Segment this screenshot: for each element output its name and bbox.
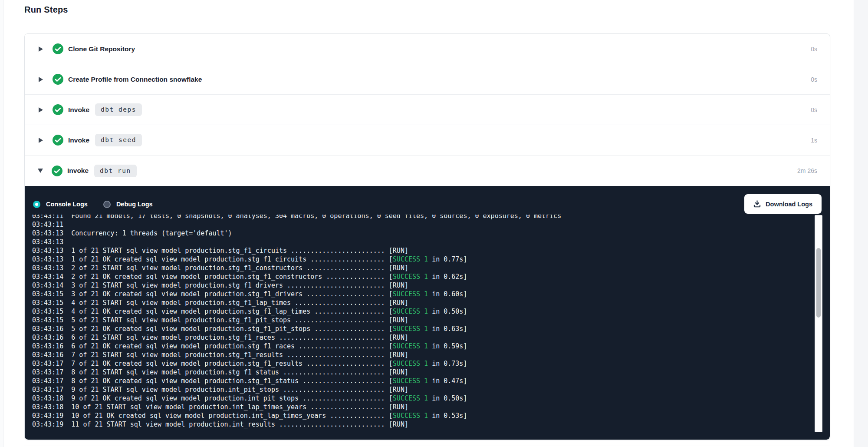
console-log-panel: Console Logs Debug Logs Download Logs 03… — [25, 186, 830, 440]
log-line: 03:43:15 5 of 21 START sql view model pr… — [32, 316, 812, 324]
console-log-output: 03:43:11 Found 21 models, 17 tests, 0 sn… — [32, 215, 812, 434]
console-logs-label: Console Logs — [46, 201, 88, 208]
next-section-divider — [24, 446, 830, 446]
log-line: 03:43:14 3 of 21 START sql view model pr… — [32, 281, 812, 290]
log-line: 03:43:15 3 of 21 OK created sql view mod… — [32, 290, 812, 298]
log-tabs: Console Logs Debug Logs — [33, 195, 168, 214]
chevron-right-icon — [39, 138, 43, 143]
log-line: 03:43:18 9 of 21 OK created sql view mod… — [32, 394, 812, 403]
debug-logs-radio[interactable]: Debug Logs — [103, 201, 153, 208]
run-steps-card: Clone Git Repository0sCreate Profile fro… — [24, 33, 830, 440]
log-line: 03:43:16 7 of 21 START sql view model pr… — [32, 351, 812, 359]
step-label: Create Profile from Connection snowflake — [68, 76, 202, 83]
log-line: 03:43:19 10 of 21 OK created sql view mo… — [32, 411, 812, 420]
run-steps-list: Clone Git Repository0sCreate Profile fro… — [25, 34, 830, 186]
download-logs-label: Download Logs — [766, 201, 812, 208]
debug-logs-label: Debug Logs — [116, 201, 153, 208]
step-command-badge: dbt deps — [95, 103, 142, 116]
log-line: 03:43:13 1 of 21 OK created sql view mod… — [32, 255, 812, 264]
run-step-row[interactable]: Invokedbt deps0s — [25, 95, 830, 125]
right-panel-gutter — [854, 0, 868, 447]
chevron-right-icon — [39, 107, 43, 113]
step-duration: 0s — [811, 106, 817, 113]
run-step-row[interactable]: Invokedbt run2m 26s — [25, 156, 830, 186]
left-panel-edge — [0, 0, 3, 447]
log-line: 03:43:13 — [32, 238, 812, 246]
step-duration: 0s — [811, 76, 817, 83]
log-line: 03:43:13 2 of 21 START sql view model pr… — [32, 264, 812, 272]
log-line: 03:43:15 4 of 21 START sql view model pr… — [32, 298, 812, 307]
run-step-row[interactable]: Clone Git Repository0s — [25, 34, 830, 64]
log-line: 03:43:13 Concurrency: 1 threads (target=… — [32, 229, 812, 238]
step-label: Invoke — [68, 106, 89, 114]
success-check-icon — [53, 104, 63, 115]
log-line: 03:43:19 11 of 21 START sql view model p… — [32, 420, 812, 429]
chevron-right-icon — [39, 46, 43, 52]
page-title: Run Steps — [24, 5, 68, 15]
console-logs-radio[interactable]: Console Logs — [33, 201, 88, 208]
run-step-row[interactable]: Create Profile from Connection snowflake… — [25, 64, 830, 95]
step-command-badge: dbt seed — [95, 134, 142, 146]
log-line: 03:43:14 2 of 21 OK created sql view mod… — [32, 272, 812, 281]
success-check-icon — [52, 166, 62, 176]
log-line: 03:43:16 6 of 21 OK created sql view mod… — [32, 342, 812, 351]
step-command-badge: dbt run — [94, 165, 137, 177]
success-check-icon — [53, 74, 63, 85]
log-line: 03:43:17 9 of 21 START sql view model pr… — [32, 385, 812, 394]
step-label: Clone Git Repository — [68, 45, 135, 53]
log-scrollbar-track[interactable] — [815, 215, 822, 432]
log-line: 03:43:18 10 of 21 START sql view model p… — [32, 403, 812, 411]
success-check-icon — [53, 135, 63, 146]
step-duration: 1s — [811, 137, 817, 144]
log-line: 03:43:11 Found 21 models, 17 tests, 0 sn… — [32, 215, 812, 220]
step-label: Invoke — [67, 167, 89, 175]
radio-unselected-icon — [103, 201, 111, 208]
log-line: 03:43:17 8 of 21 START sql view model pr… — [32, 368, 812, 377]
step-duration: 2m 26s — [797, 167, 817, 174]
radio-selected-icon — [33, 201, 40, 208]
log-scrollbar-thumb[interactable] — [816, 248, 821, 318]
run-step-row[interactable]: Invokedbt seed1s — [25, 125, 830, 156]
log-line: 03:43:15 4 of 21 OK created sql view mod… — [32, 307, 812, 316]
download-logs-button[interactable]: Download Logs — [744, 194, 822, 214]
step-duration: 0s — [811, 46, 817, 53]
log-line: 03:43:17 8 of 21 OK created sql view mod… — [32, 377, 812, 385]
log-line: 03:43:16 5 of 21 OK created sql view mod… — [32, 324, 812, 333]
log-line: 03:43:16 6 of 21 START sql view model pr… — [32, 333, 812, 342]
log-line: 03:43:17 7 of 21 OK created sql view mod… — [32, 359, 812, 368]
log-line: 03:43:11 — [32, 220, 812, 229]
step-label: Invoke — [68, 136, 89, 144]
chevron-down-icon — [38, 169, 43, 173]
download-icon — [753, 200, 761, 208]
chevron-right-icon — [39, 77, 43, 82]
success-check-icon — [53, 43, 63, 54]
log-line: 03:43:13 1 of 21 START sql view model pr… — [32, 246, 812, 255]
